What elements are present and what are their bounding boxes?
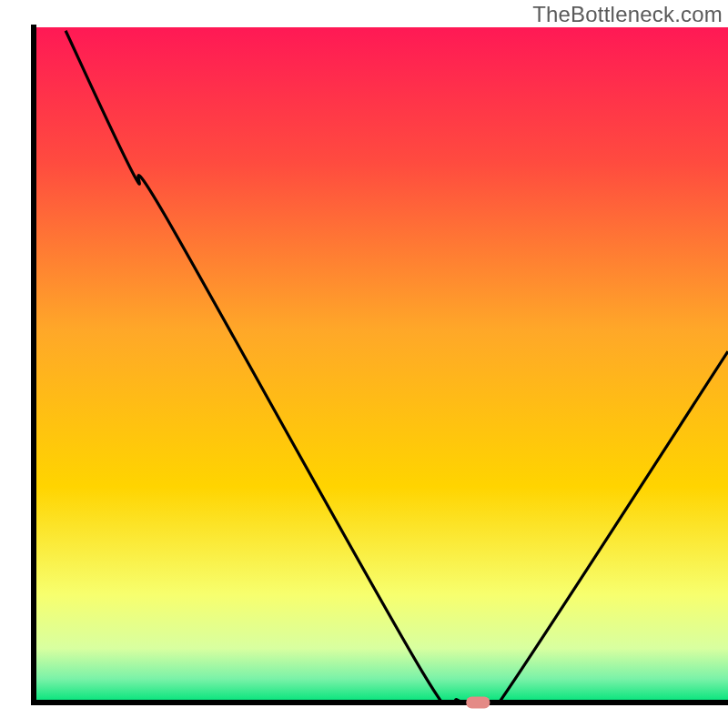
watermark-text: TheBottleneck.com xyxy=(532,2,723,27)
chart-container: TheBottleneck.com xyxy=(0,0,728,728)
chart-svg xyxy=(0,0,728,728)
optimal-marker xyxy=(466,697,490,709)
